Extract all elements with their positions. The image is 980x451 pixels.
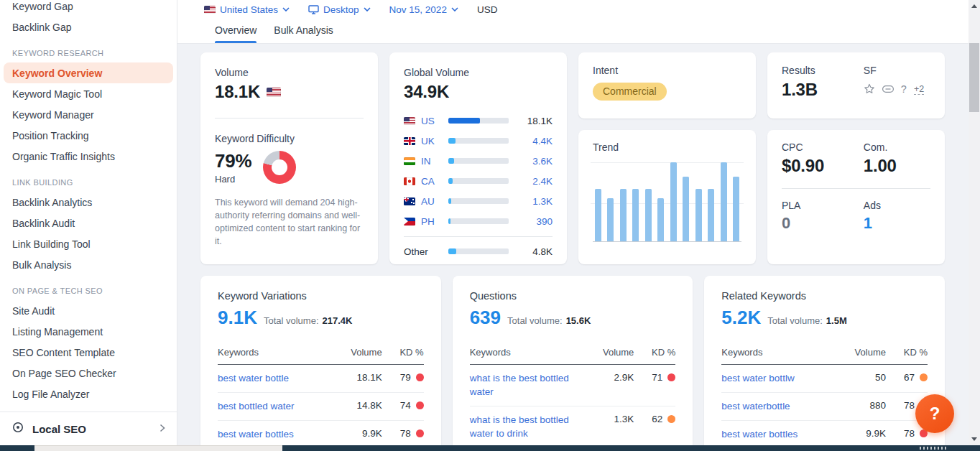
volume-bar-track [448,218,509,224]
table-row: best water bottle 18.1K 79 [218,365,424,393]
column-keywords: Keywords [721,347,840,358]
sidebar-item-backlink-analytics[interactable]: Backlink Analytics [4,192,173,213]
country-link[interactable]: PH [421,216,448,227]
total-volume-label: Total volume: [507,315,563,326]
keyword-difficulty-label: Keyword Difficulty [215,133,364,144]
column-kd: KD % [634,347,675,358]
question-mark-icon[interactable]: ? [901,83,907,95]
keyword-link[interactable]: best water bottle [218,372,336,386]
global-volume-card: Global Volume 34.9K US 18.1K UK 4.4K IN … [389,52,567,264]
date-filter[interactable]: Nov 15, 2022 [389,4,458,15]
tab-overview[interactable]: Overview [215,24,256,43]
kd-dot-icon [667,415,675,423]
com-label: Com. [864,141,930,153]
scrollbar-thumb[interactable] [969,43,979,112]
results-value: 1.3B [782,80,864,100]
country-filter[interactable]: United States [204,4,290,15]
country-link[interactable]: US [421,116,448,126]
country-link[interactable]: AU [421,196,448,207]
sidebar: Keyword Gap Backlink Gap KEYWORD RESEARC… [0,0,177,445]
scroll-up-arrow[interactable] [969,0,980,11]
kd-value: 78 [904,400,915,411]
column-keywords: Keywords [218,347,336,358]
keyword-link[interactable]: best bottled water [218,400,336,414]
sidebar-item-keyword-manager[interactable]: Keyword Manager [4,104,173,125]
kd-dot-icon [920,373,928,381]
sidebar-item-link-building-tool[interactable]: Link Building Tool [4,233,173,254]
sidebar-item-backlink-gap[interactable]: Backlink Gap [4,17,173,37]
sidebar-item-seo-content-template[interactable]: SEO Content Template [4,342,173,363]
sidebar-item-bulk-analysis[interactable]: Bulk Analysis [4,254,173,275]
keyword-volume: 2.9K [588,372,634,383]
taskbar-strip [0,445,980,451]
sidebar-item-log-file-analyzer[interactable]: Log File Analyzer [4,383,173,404]
scroll-down-arrow[interactable] [969,433,980,445]
divider [782,188,930,189]
keyword-link[interactable]: best water bottlw [721,372,840,386]
trend-bar [645,189,652,241]
column-kd: KD % [886,347,928,358]
main-area: United States Desktop Nov 15, 2022 USD O… [177,0,969,445]
keyword-link[interactable]: best water bottles [218,428,336,442]
sidebar-footer-local-seo[interactable]: Local SEO [0,412,177,445]
volume-bar-fill [448,138,456,144]
column-kd: KD % [382,347,424,358]
trend-card: Trend [578,130,756,264]
sidebar-item-keyword-gap[interactable]: Keyword Gap [4,0,173,17]
sidebar-item-label: Keyword Magic Tool [12,88,102,100]
chevron-down-icon [451,7,458,11]
kd-value: 74 [400,400,411,411]
trend-bar [721,162,727,241]
au-flag-icon [404,197,415,205]
tab-bulk-analysis[interactable]: Bulk Analysis [274,24,333,43]
sidebar-item-backlink-audit[interactable]: Backlink Audit [4,213,173,233]
table-rows: best water bottlw 50 67 best waterbottle… [721,365,928,445]
sidebar-item-on-page-seo-checker[interactable]: On Page SEO Checker [4,363,173,383]
country-link[interactable]: IN [421,156,448,167]
chevron-down-icon [282,7,290,11]
trend-bar [695,189,702,241]
trend-bar [683,177,689,241]
column-volume: Volume [588,347,634,358]
column-volume: Volume [840,347,886,358]
table-header: Keywords Volume KD % [218,347,424,365]
sidebar-item-listing-management[interactable]: Listing Management [4,321,173,342]
us-flag-icon [204,6,216,14]
sf-more-link[interactable]: +2 [914,84,924,95]
com-value: 1.00 [864,156,930,176]
sidebar-item-label: Bulk Analysis [12,259,71,271]
keyword-link[interactable]: what is the best bottled water to drink [470,414,588,441]
sidebar-nav: Keyword Gap Backlink Gap KEYWORD RESEARC… [0,0,177,412]
table-rows: best water bottle 18.1K 79 best bottled … [218,365,424,445]
sidebar-item-site-audit[interactable]: Site Audit [4,300,173,321]
volume-bar-fill [448,218,450,224]
sidebar-section-header: LINK BUILDING [12,178,165,187]
volume-value: 1.3K [509,196,553,207]
help-button[interactable]: ? [915,394,954,433]
keyword-link[interactable]: best waterbottle [721,400,840,414]
trend-bar [733,177,739,241]
count-row: 5.2K Total volume: 1.5M [721,307,928,329]
sidebar-item-label: Log File Analyzer [12,389,89,400]
count-row: 9.1K Total volume: 217.4K [218,307,424,329]
sidebar-item-label: Listing Management [12,326,103,338]
device-filter[interactable]: Desktop [308,4,371,15]
desktop-icon [308,5,319,14]
intent-badge[interactable]: Commercial [593,83,667,101]
tabs-row: Overview Bulk Analysis [177,19,969,44]
count-row: 639 Total volume: 15.6K [470,307,676,329]
keyword-link[interactable]: what is the best bottled water [470,372,588,399]
questions-card: Questions 639 Total volume: 15.6K Keywor… [453,276,693,445]
sidebar-item-label: Link Building Tool [12,238,91,250]
keyword-link[interactable]: best water bottles [721,428,840,442]
sidebar-item-organic-traffic-insights[interactable]: Organic Traffic Insights [4,146,173,167]
country-link[interactable]: UK [421,136,448,147]
sidebar-item-position-tracking[interactable]: Position Tracking [4,125,173,146]
sidebar-item-keyword-overview[interactable]: Keyword Overview [4,62,173,83]
cpc-label: CPC [782,141,864,153]
country-link[interactable]: CA [421,176,448,187]
keyword-volume: 9.9K [336,428,382,439]
sidebar-item-keyword-magic-tool[interactable]: Keyword Magic Tool [4,83,173,104]
global-volume-row: UK 4.4K [404,131,553,151]
kd-dot-icon [416,401,424,409]
